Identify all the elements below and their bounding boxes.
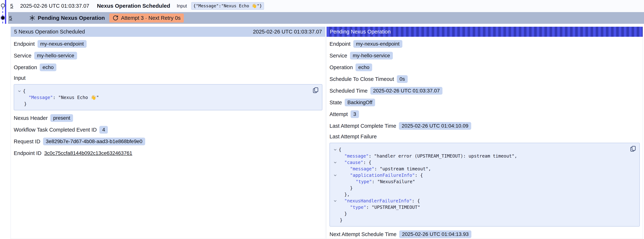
timeline-active-bar: [5, 0, 6, 24]
code-line: }: [332, 210, 625, 217]
field-request-id: Request ID3e829b7e-7d67-4b08-aad3-b1e868…: [14, 138, 322, 146]
field-attempt: Attempt3: [330, 110, 640, 118]
chevron-gutter: [332, 178, 339, 185]
event-input-chip: {"Message":"Nexus Echo 👋"}: [191, 2, 264, 10]
field-workflow-task-completed-event-id: Workflow Task Completed Event ID4: [14, 126, 322, 134]
code-text: "type": "NexusFailure": [339, 178, 415, 185]
event-id-link[interactable]: 5: [9, 15, 12, 21]
event-id-link[interactable]: 5: [10, 3, 13, 9]
event-row-pending-nexus-operation[interactable]: 5 Pending Nexus Operation Attempt 3 · Ne…: [8, 12, 644, 24]
pending-asterisk-icon: [29, 15, 36, 21]
field-value-badge: 2025-02-26 UTC 01:03:37.07: [370, 87, 442, 94]
field-value-badge: echo: [356, 64, 372, 71]
code-text: {: [23, 88, 26, 94]
field-label: Service: [330, 53, 347, 59]
code-text: {: [339, 146, 342, 153]
field-state: StateBackingOff: [330, 98, 640, 106]
code-text: "message": "handler error (UPSTREAM_TIME…: [339, 153, 517, 159]
timeline-dashed-line: [2, 8, 3, 24]
field-service: Servicemy-hello-service: [14, 52, 322, 60]
field-value-badge: 4: [100, 126, 108, 134]
code-line: },: [332, 191, 625, 198]
code-text: },: [339, 191, 350, 198]
collapse-chevron-icon[interactable]: [332, 198, 339, 204]
copy-icon[interactable]: [312, 87, 319, 93]
field-nexus-header: Nexus Headerpresent: [14, 114, 322, 122]
field-label: Last Attempt Complete Time: [330, 123, 396, 129]
field-endpoint-id: Endpoint ID3c0c75ccfa8144b092c13ce632463…: [14, 149, 322, 157]
code-line: }: [332, 185, 625, 191]
code-text: "type": "UPSTREAM_TIMEOUT": [339, 204, 420, 210]
field-next-attempt-schedule-time: Next Attempt Schedule Time2025-02-26 UTC…: [330, 230, 640, 238]
field-service: Servicemy-hello-service: [330, 52, 640, 60]
collapse-chevron-icon[interactable]: [16, 88, 23, 94]
field-last-attempt-complete-time: Last Attempt Complete Time2025-02-26 UTC…: [330, 122, 640, 130]
collapse-chevron-icon[interactable]: [332, 146, 339, 153]
chevron-gutter: [332, 185, 339, 191]
code-line: }: [16, 101, 307, 107]
code-line: "message": "handler error (UPSTREAM_TIME…: [332, 153, 625, 159]
code-line: "nexusHandlerFailureInfo": {: [332, 198, 625, 204]
field-label: Next Attempt Schedule Time: [330, 231, 396, 237]
field-value-badge: present: [50, 114, 73, 122]
chevron-gutter: [332, 153, 339, 159]
chevron-gutter: [332, 204, 339, 210]
timeline-node-pending-icon: [1, 16, 4, 20]
field-label: Operation: [14, 64, 37, 70]
event-detail-panel: 5 Nexus Operation Scheduled 2025-02-26 U…: [10, 27, 326, 239]
field-label: Workflow Task Completed Event ID: [14, 127, 97, 133]
chevron-gutter: [332, 166, 339, 172]
event-title: Pending Nexus Operation: [38, 15, 105, 21]
chevron-gutter: [332, 217, 339, 223]
field-label: Endpoint: [330, 41, 350, 47]
field-label: Service: [14, 53, 32, 59]
section-label-input: Input: [14, 75, 322, 82]
code-text: }: [339, 210, 347, 217]
code-text: }: [339, 185, 353, 191]
field-value-link[interactable]: 3c0c75ccfa8144b092c13ce632463761: [44, 150, 132, 156]
field-endpoint: Endpointmy-nexus-endpoint: [330, 40, 640, 48]
field-value-badge: my-nexus-endpoint: [353, 40, 402, 48]
attempt-retry-text: Attempt 3 · Next Retry 0s: [121, 15, 181, 21]
code-text: }: [23, 101, 27, 107]
event-detail-header-title: 5 Nexus Operation Scheduled: [14, 29, 85, 35]
copy-icon[interactable]: [630, 146, 636, 152]
field-operation: Operationecho: [330, 63, 640, 71]
event-timestamp: 2025-02-26 UTC 01:03:37.07: [20, 3, 89, 9]
event-detail-header: 5 Nexus Operation Scheduled 2025-02-26 U…: [11, 27, 325, 37]
last-attempt-failure-json-block: {"message": "handler error (UPSTREAM_TIM…: [330, 143, 640, 226]
code-line: {: [16, 88, 307, 94]
field-value-badge: my-hello-service: [34, 52, 77, 60]
pending-operation-header-title: Pending Nexus Operation: [330, 29, 391, 35]
attempt-retry-badge: Attempt 3 · Next Retry 0s: [109, 14, 184, 22]
event-title: Nexus Operation Scheduled: [97, 3, 170, 9]
code-text: "Message": "Nexus Echo 👋": [23, 94, 99, 101]
pending-operation-panel: Pending Nexus Operation Endpointmy-nexus…: [326, 27, 643, 239]
collapse-chevron-icon[interactable]: [332, 159, 339, 166]
field-value-badge: 2025-02-26 UTC 01:04:13.93: [399, 230, 472, 238]
chevron-gutter: [332, 191, 339, 198]
field-label: Schedule To Close Timeout: [330, 76, 394, 82]
code-line: "Message": "Nexus Echo 👋": [16, 94, 307, 101]
field-label: Nexus Header: [14, 115, 48, 121]
field-value-badge: my-hello-service: [350, 52, 393, 60]
code-line: {: [332, 146, 625, 153]
field-operation: Operationecho: [14, 63, 322, 71]
field-scheduled-time: Scheduled Time2025-02-26 UTC 01:03:37.07: [330, 87, 640, 95]
chevron-gutter: [16, 101, 23, 107]
field-label: Operation: [330, 64, 353, 70]
code-text: }: [339, 217, 342, 223]
field-value-badge: 0s: [397, 75, 408, 83]
field-value-badge: 3: [350, 110, 359, 118]
event-row-nexus-operation-scheduled[interactable]: 5 2025-02-26 UTC 01:03:37.07 Nexus Opera…: [8, 0, 644, 12]
collapse-chevron-icon[interactable]: [332, 172, 339, 178]
field-value-badge: 3e829b7e-7d67-4b08-aad3-b1e868bfe9e0: [43, 138, 145, 145]
code-line: "message": "upstream timeout",: [332, 166, 625, 172]
retry-icon: [112, 15, 118, 21]
field-value-badge: 2025-02-26 UTC 01:04:10.09: [399, 122, 471, 130]
code-line: "type": "UPSTREAM_TIMEOUT": [332, 204, 625, 210]
event-detail-header-time: 2025-02-26 UTC 01:03:37.07: [253, 29, 322, 35]
code-line: "type": "NexusFailure": [332, 178, 625, 185]
field-label: Endpoint ID: [14, 150, 42, 156]
chevron-gutter: [16, 94, 23, 101]
